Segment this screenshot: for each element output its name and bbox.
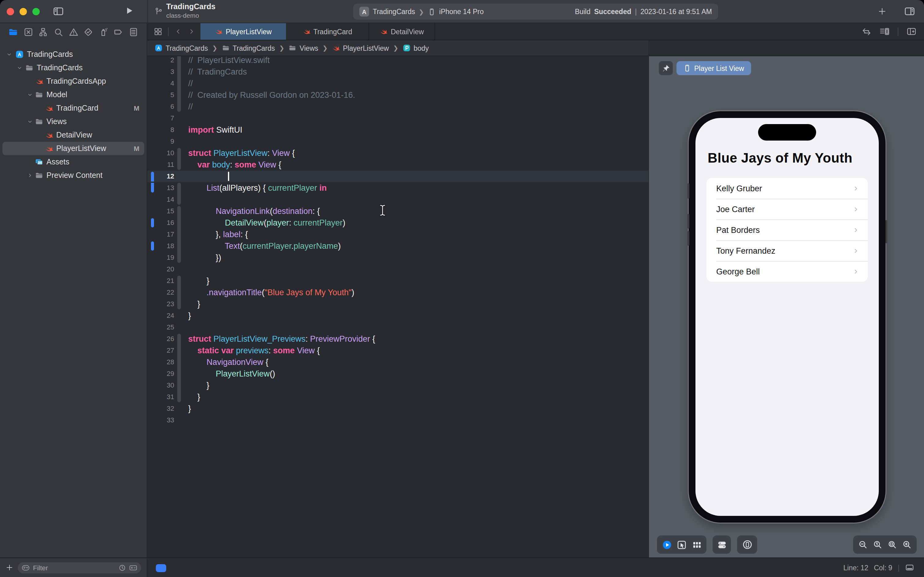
sidebar-item-tradingcard[interactable]: TradingCardM — [0, 102, 146, 115]
magminus-icon[interactable] — [858, 540, 868, 550]
jump-bar[interactable]: TradingCards❯TradingCards❯Views❯PlayerLi… — [147, 40, 649, 56]
tab-tradingcard[interactable]: TradingCard — [286, 23, 369, 40]
player-row-joe-carter[interactable]: Joe Carter — [707, 199, 868, 219]
preview-settings-button[interactable] — [713, 535, 731, 554]
project-navigator-icon[interactable] — [8, 27, 18, 37]
code-line-10[interactable]: 10struct PlayerListView: View { — [147, 147, 649, 159]
source-control-navigator-icon[interactable] — [23, 27, 33, 37]
fold-ribbon[interactable] — [177, 334, 181, 345]
fold-ribbon[interactable] — [177, 183, 181, 194]
code-line-32[interactable]: 32} — [147, 403, 649, 414]
code-line-6[interactable]: 6// — [147, 101, 649, 113]
report-navigator-icon[interactable] — [128, 27, 139, 37]
fold-ribbon[interactable] — [177, 66, 181, 77]
code-line-16[interactable]: 16 DetailView(player: currentPlayer) — [147, 217, 649, 229]
go-forward-icon[interactable] — [188, 27, 196, 35]
code-line-7[interactable]: 7 — [147, 113, 649, 124]
add-file-icon[interactable] — [5, 564, 13, 572]
disclosure-open-icon[interactable] — [6, 52, 12, 58]
fold-ribbon[interactable] — [177, 276, 181, 287]
fold-ribbon[interactable] — [177, 159, 181, 170]
player-row-tony-fernandez[interactable]: Tony Fernandez — [707, 240, 868, 261]
toggle-inspector-icon[interactable] — [904, 5, 916, 17]
sidebar-item-tradingcards[interactable]: TradingCards — [0, 48, 146, 61]
devicecircle-icon[interactable] — [742, 539, 753, 550]
code-line-24[interactable]: 24} — [147, 310, 649, 321]
sidebar-item-views[interactable]: Views — [0, 115, 146, 128]
fold-ribbon[interactable] — [177, 252, 181, 263]
code-line-31[interactable]: 31 } — [147, 391, 649, 403]
fold-ribbon[interactable] — [177, 298, 181, 309]
sidebar-item-playerlistview[interactable]: PlayerListViewM — [0, 142, 146, 155]
preview-device-pill[interactable]: Player List View — [676, 61, 751, 75]
fold-ribbon[interactable] — [177, 217, 181, 229]
code-line-20[interactable]: 20 — [147, 263, 649, 275]
fold-ribbon[interactable] — [177, 287, 181, 298]
fold-ribbon[interactable] — [177, 206, 181, 217]
sidebar-item-detailview[interactable]: DetailView — [0, 128, 146, 142]
related-items-icon[interactable] — [153, 27, 163, 36]
source-editor[interactable]: 2// PlayerListView.swift3// TradingCards… — [147, 56, 649, 558]
breadcrumb-body[interactable]: body — [403, 44, 429, 52]
code-line-30[interactable]: 30 } — [147, 380, 649, 391]
player-row-pat-borders[interactable]: Pat Borders — [707, 219, 868, 240]
code-line-29[interactable]: 29 PlayerListView() — [147, 368, 649, 380]
code-line-22[interactable]: 22 .navigationTitle("Blue Jays of My You… — [147, 287, 649, 298]
player-row-kelly-gruber[interactable]: Kelly Gruber — [707, 178, 868, 199]
scheme-name[interactable]: TradingCards — [373, 8, 415, 15]
code-line-23[interactable]: 23 } — [147, 298, 649, 310]
disclosure-open-icon[interactable] — [27, 92, 33, 98]
toggle-navigator-icon[interactable] — [53, 5, 64, 17]
code-line-13[interactable]: 13 List(allPlayers) { currentPlayer in — [147, 182, 649, 194]
symbol-navigator-icon[interactable] — [38, 27, 48, 37]
filter-scope-icon[interactable] — [129, 563, 137, 572]
breakpoint-navigator-icon[interactable] — [113, 27, 124, 37]
issue-navigator-icon[interactable] — [68, 27, 79, 37]
disclosure-closed-icon[interactable] — [27, 172, 33, 179]
code-line-14[interactable]: 14 — [147, 194, 649, 205]
sidebar-item-tradingcards[interactable]: TradingCards — [0, 61, 146, 74]
sidebar-item-tradingcardsapp[interactable]: TradingCardsApp — [0, 74, 146, 88]
code-line-26[interactable]: 26struct PlayerListView_Previews: Previe… — [147, 333, 649, 345]
code-line-2[interactable]: 2// PlayerListView.swift — [147, 56, 649, 66]
navigator-filter-field[interactable]: Filter — [18, 562, 141, 573]
sidebar-item-assets[interactable]: Assets — [0, 155, 146, 169]
code-review-icon[interactable] — [862, 27, 871, 36]
code-line-12[interactable]: 12 — [147, 171, 649, 182]
code-line-18[interactable]: 18 Text(currentPlayer.playerName) — [147, 240, 649, 252]
breadcrumb-views[interactable]: Views — [289, 44, 319, 52]
add-item-icon[interactable] — [877, 5, 887, 17]
zoom-window-button[interactable] — [32, 8, 40, 15]
code-line-17[interactable]: 17 }, label: { — [147, 229, 649, 240]
fold-ribbon[interactable] — [177, 345, 181, 356]
adjust-editor-options-icon[interactable] — [879, 26, 890, 37]
code-line-28[interactable]: 28 NavigationView { — [147, 356, 649, 368]
breadcrumb-tradingcards[interactable]: TradingCards — [155, 44, 208, 52]
magfit-icon[interactable] — [887, 540, 897, 550]
scheme-selector[interactable]: A TradingCards ❯ iPhone 14 Pro — [359, 7, 484, 16]
fold-ribbon[interactable] — [177, 240, 181, 252]
debug-navigator-icon[interactable] — [98, 27, 109, 37]
disclosure-open-icon[interactable] — [16, 65, 23, 71]
code-line-25[interactable]: 25 — [147, 321, 649, 333]
sidebar-item-model[interactable]: Model — [0, 88, 146, 102]
add-editor-icon[interactable] — [906, 26, 917, 37]
fold-ribbon[interactable] — [177, 380, 181, 391]
toggles-icon[interactable] — [716, 539, 727, 550]
run-button[interactable] — [124, 5, 134, 16]
fold-ribbon[interactable] — [177, 77, 181, 89]
code-line-8[interactable]: 8import SwiftUI — [147, 124, 649, 136]
pin-preview-button[interactable] — [659, 61, 673, 75]
mag1-icon[interactable] — [872, 540, 882, 550]
grid6-icon[interactable] — [691, 539, 702, 550]
playblue-icon[interactable] — [662, 539, 672, 550]
keyboard-icon[interactable] — [905, 563, 914, 572]
magplus-icon[interactable] — [902, 540, 912, 550]
recent-files-clock-icon[interactable] — [119, 564, 126, 571]
code-line-15[interactable]: 15 NavigationLink(destination: { — [147, 205, 649, 217]
fold-ribbon[interactable] — [177, 148, 181, 159]
player-row-george-bell[interactable]: George Bell — [707, 261, 868, 282]
code-line-9[interactable]: 9 — [147, 136, 649, 147]
fold-ribbon[interactable] — [177, 101, 181, 112]
code-line-5[interactable]: 5// Created by Russell Gordon on 2023-01… — [147, 89, 649, 101]
